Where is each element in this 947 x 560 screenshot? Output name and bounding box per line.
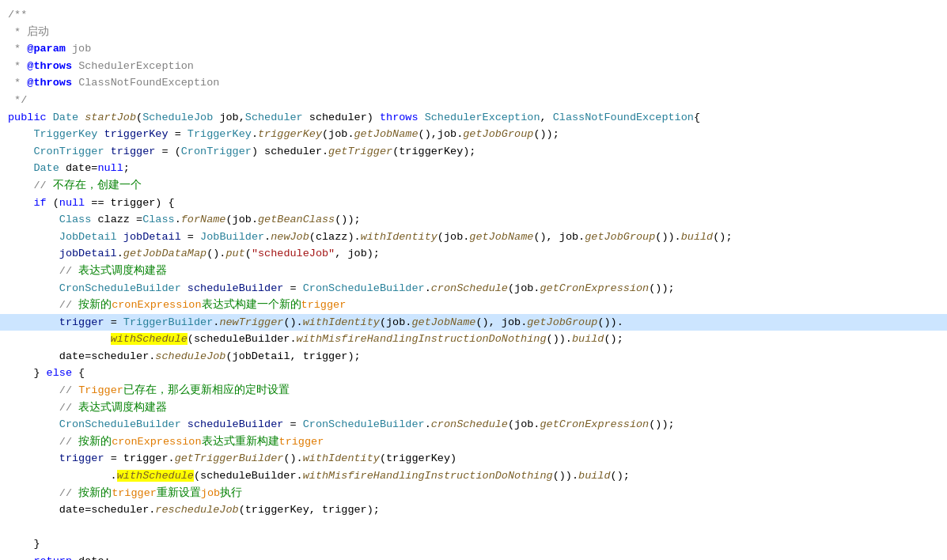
code-line xyxy=(0,519,947,536)
code-line: date=scheduler.rescheduleJob(triggerKey,… xyxy=(0,501,947,519)
code-line: JobDetail jobDetail = JobBuilder.newJob(… xyxy=(0,229,947,246)
code-container: /** * 启动 * @param job * @throws Schedule… xyxy=(0,0,947,560)
code-line: * @throws ClassNotFoundException xyxy=(0,74,947,92)
code-line: if (null == trigger) { xyxy=(0,195,947,212)
code-line: // 表达式调度构建器 xyxy=(0,399,947,417)
code-line: Date date=null; xyxy=(0,160,947,177)
code-line: // 按新的trigger重新设置job执行 xyxy=(0,485,947,502)
code-line: CronScheduleBuilder scheduleBuilder = Cr… xyxy=(0,416,947,433)
code-line: public Date startJob(ScheduleJob job,Sch… xyxy=(0,109,947,127)
code-line: TriggerKey triggerKey = TriggerKey.trigg… xyxy=(0,126,947,143)
code-line: CronTrigger trigger = (CronTrigger) sche… xyxy=(0,143,947,161)
code-line: // 按新的cronExpression表达式重新构建trigger xyxy=(0,433,947,451)
code-line: withSchedule(scheduleBuilder.withMisfire… xyxy=(0,331,947,348)
code-line: */ xyxy=(0,92,947,109)
code-line: CronScheduleBuilder scheduleBuilder = Cr… xyxy=(0,280,947,297)
code-line: Class clazz =Class.forName(job.getBeanCl… xyxy=(0,211,947,229)
code-line-highlight: trigger = TriggerBuilder.newTrigger().wi… xyxy=(0,314,947,331)
code-line: /** xyxy=(0,6,947,24)
code-line: } else { xyxy=(0,365,947,382)
code-line: * @param job xyxy=(0,40,947,58)
code-line: return date; xyxy=(0,553,947,560)
code-line: * @throws SchedulerException xyxy=(0,58,947,75)
code-line: // 按新的cronExpression表达式构建一个新的trigger xyxy=(0,297,947,314)
code-line: jobDetail.getJobDataMap().put("scheduleJ… xyxy=(0,245,947,263)
code-line: trigger = trigger.getTriggerBuilder().wi… xyxy=(0,450,947,467)
code-line: .withSchedule(scheduleBuilder.withMisfir… xyxy=(0,467,947,485)
code-line: // 不存在，创建一个 xyxy=(0,177,947,195)
code-line: // 表达式调度构建器 xyxy=(0,263,947,280)
code-line: date=scheduler.scheduleJob(jobDetail, tr… xyxy=(0,348,947,365)
code-line: // Trigger已存在，那么更新相应的定时设置 xyxy=(0,382,947,399)
code-line: * 启动 xyxy=(0,24,947,41)
code-line: } xyxy=(0,535,947,553)
